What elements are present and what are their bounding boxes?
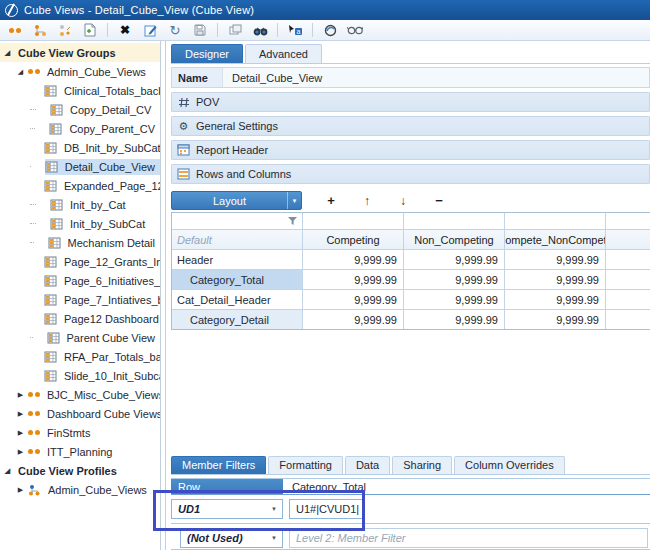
tree-item-init-by-cat[interactable]: Init_by_Cat [0,195,160,214]
expanded-arrow-icon[interactable]: ◢ [3,467,12,475]
glasses-icon[interactable] [347,22,363,38]
tab-member-filters[interactable]: Member Filters [171,456,266,474]
copy-icon[interactable] [227,22,243,38]
delete-icon[interactable]: ✖ [117,22,133,38]
tree-group-bjc-misc-cube-views[interactable]: ▶BJC_Misc_Cube_Views [0,385,160,404]
tree-root-cube-view-profiles[interactable]: ◢Cube View Profiles [0,461,160,480]
filter-tabstrip: Member FiltersFormattingDataSharingColum… [171,456,650,475]
grid-cell[interactable]: 9,999.99 [505,270,605,289]
grid-cell[interactable]: 9,999.99 [303,310,403,329]
grid-row-label-cat-detail-header[interactable]: Cat_Detail_Header [172,290,302,309]
section-report-header[interactable]: Report Header [171,140,650,160]
grid-cell[interactable]: 9,999.99 [303,250,403,269]
tab-formatting[interactable]: Formatting [268,456,343,474]
tree-item-expanded-page-12-working[interactable]: Expanded_Page_12_working [0,176,160,195]
grid-column-header-non-competing[interactable]: Non_Competing [404,230,504,249]
tree-item-parent-cube-view[interactable]: Parent Cube View [0,328,160,347]
grid-row-label-category-detail[interactable]: Category_Detail [172,310,302,329]
section-label: Rows and Columns [196,168,291,180]
tree-item-slide-10-init-subcat-by-m[interactable]: Slide_10_Init_Subcat_by_M [0,366,160,385]
tree-item-detail-cube-view[interactable]: Detail_Cube_View [0,157,160,176]
rename-icon[interactable]: a [287,22,303,38]
layout-button[interactable]: Layout ▼ [171,191,302,210]
tree-item-copy-parent-cv[interactable]: Copy_Parent_CV [0,119,160,138]
move-down-icon[interactable]: ↓ [396,194,410,208]
select-dots-icon[interactable] [7,22,23,38]
section-pov[interactable]: POV [171,92,650,112]
save-icon[interactable] [192,22,208,38]
grid-cell[interactable]: 9,999.99 [404,250,504,269]
collapsed-arrow-icon[interactable]: ▶ [16,429,25,437]
grid-cell[interactable]: 9,999.99 [404,290,504,309]
tab-designer[interactable]: Designer [171,44,243,63]
level1-member-filter-input[interactable]: U1#|CVUD1| [289,499,365,519]
tree-item-page-12-grants-initiatives-[interactable]: Page_12_Grants_Initiatives_ [0,252,160,271]
tree-group-itt-planning[interactable]: ▶ITT_Planning [0,442,160,461]
level2-dimension-dropdown[interactable]: (Not Used) ▼ [180,528,283,548]
tree-group-admin-cube-views[interactable]: ◢Admin_Cube_Views [0,62,160,81]
tab-data[interactable]: Data [345,456,390,474]
tree-item-page-6-initiatives-by-categ[interactable]: Page_6_Initiatives_by_Categ [0,271,160,290]
tree-group-admin-cube-views[interactable]: ▶Admin_Cube_Views [0,480,160,499]
level1-dimension-dropdown[interactable]: UD1 ▼ [171,499,283,519]
new-item-icon[interactable] [82,22,98,38]
expand-tree-icon[interactable] [32,22,48,38]
collapsed-arrow-icon[interactable]: ▶ [16,448,25,456]
grid-cell[interactable]: 9,999.99 [303,290,403,309]
tree-group-finstmts[interactable]: ▶FinStmts [0,423,160,442]
grid-row-label-category-total[interactable]: Category_Total [172,270,302,289]
tree-item-page-7-intiatives-by-subca[interactable]: Page_7_Intiatives_by_SubCa [0,290,160,309]
toolbar-separator [277,23,278,37]
tree-item-rfa-par-totals-backup[interactable]: RFA_Par_Totals_backup [0,347,160,366]
grid-cell[interactable]: 9,999.99 [505,250,605,269]
grid-cell[interactable]: 9,999.99 [404,310,504,329]
window-title: Cube Views - Detail_Cube_View (Cube View… [24,4,254,16]
tree-item-page12-dashboard[interactable]: Page12 Dashboard [0,309,160,328]
grid-row-label-header[interactable]: Header [172,250,302,269]
section-general-settings[interactable]: ⚙General Settings [171,116,650,136]
tab-sharing[interactable]: Sharing [392,456,452,474]
filter-cell[interactable] [172,213,302,229]
tree-group-dashboard-cube-views[interactable]: ▶Dashboard Cube Views [0,404,160,423]
grid-cell[interactable]: 9,999.99 [404,270,504,289]
collapsed-arrow-icon[interactable]: ▶ [16,486,25,494]
grid-column-header-competing[interactable]: Competing [303,230,403,249]
grid-cell[interactable]: 9,999.99 [505,290,605,309]
tab-advanced[interactable]: Advanced [245,44,322,63]
tree-root-cube-view-groups[interactable]: ◢Cube View Groups [0,43,160,62]
refresh-icon[interactable]: ↻ [167,22,183,38]
section-rows-and-columns[interactable]: Rows and Columns [171,164,650,184]
tab-column-overrides[interactable]: Column Overrides [454,456,565,474]
grid-column-header-compete-noncompete[interactable]: Compete_NonCompete [505,230,605,249]
name-row: Name Detail_Cube_View [171,67,650,88]
cube-view-icon [44,180,57,192]
tree-item-init-by-subcat[interactable]: Init_by_SubCat [0,214,160,233]
tree-item-mechanism-detail[interactable]: Mechanism Detail [0,233,160,252]
collapsed-arrow-icon[interactable]: ▶ [16,391,25,399]
tree-item-copy-detail-cv[interactable]: Copy_Detail_CV [0,100,160,119]
edit-icon[interactable] [142,22,158,38]
cube-view-grid: DefaultCompetingNon_CompetingCompete_Non… [171,212,650,330]
toolbar-separator [107,23,108,37]
expanded-arrow-icon[interactable]: ◢ [3,49,12,57]
collapse-tree-icon[interactable] [57,22,73,38]
tree-item-label: RFA_Par_Totals_backup [61,350,160,364]
cube-view-icon [50,199,63,211]
grid-cell[interactable]: 9,999.99 [303,270,403,289]
member-filters-panel: Member FiltersFormattingDataSharingColum… [171,456,650,550]
remove-row-icon[interactable]: − [432,193,446,208]
tree-item-label: Parent Cube View [64,331,158,345]
binoculars-icon[interactable] [252,22,268,38]
level2-member-filter-input[interactable]: Level 2: Member Filter [289,528,648,548]
extract-icon[interactable] [322,22,338,38]
expanded-arrow-icon[interactable]: ◢ [16,68,25,76]
cube-view-name-field[interactable]: Detail_Cube_View [222,68,649,87]
collapsed-arrow-icon[interactable]: ▶ [16,410,25,418]
tree-item-clinical-totals-backup[interactable]: Clinical_Totals_backup [0,81,160,100]
grid-cell[interactable]: 9,999.99 [505,310,605,329]
move-up-icon[interactable]: ↑ [360,194,374,208]
add-row-icon[interactable]: + [324,193,338,208]
tree-item-db-init-by-subcat[interactable]: DB_Init_by_SubCat [0,138,160,157]
tree-item-label: Copy_Detail_CV [67,103,154,117]
rows-columns-icon [177,168,190,180]
